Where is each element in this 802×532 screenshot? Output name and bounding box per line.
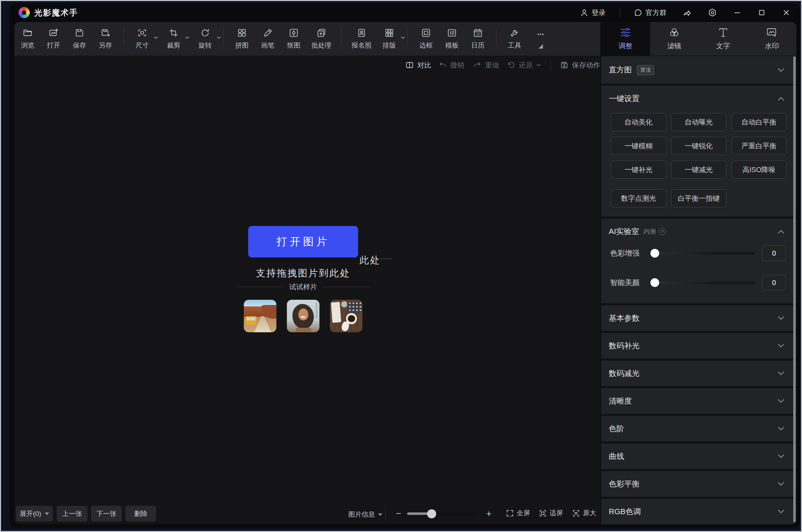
color-enhance-value[interactable]: 0 [762,246,786,261]
btn-one-key-fill-light[interactable]: 一键补光 [611,161,666,179]
fit-screen-button[interactable]: 适屏 [539,509,563,518]
restore-button[interactable]: 还原 [507,59,541,71]
chevron-down-icon[interactable] [154,36,158,39]
btn-strong-white-balance[interactable]: 严重白平衡 [731,137,787,155]
toolbar-item-batch[interactable]: 批处理 [309,28,334,50]
chevron-down-icon[interactable] [536,64,541,67]
toolbar-item-crop[interactable]: 裁剪 [163,28,184,50]
section-one-key-settings: 一键设置 自动美化 自动曝光 自动白平衡 一键模糊 一键锐化 严重白平衡 一键补… [601,86,796,217]
toolbar-item-layout[interactable]: 排版 [379,28,400,50]
official-group-button[interactable]: 官方群 [634,8,667,17]
panel-scrollbar[interactable] [793,56,796,522]
toolbar-item-brush[interactable]: 画笔 [257,28,278,50]
chevron-down-icon[interactable] [401,36,405,39]
smart-beauty-value[interactable]: 0 [762,275,786,290]
help-icon[interactable]: ? [659,228,666,235]
zoom-out-button[interactable]: − [396,509,401,518]
one-key-header[interactable]: 一键设置 [601,86,796,112]
minimize-button[interactable] [733,8,741,17]
tab-watermark[interactable]: 水印 [748,22,797,56]
toolbar-item-save[interactable]: 保存 [69,28,90,50]
divider-line [323,287,370,287]
btn-one-key-sharpen[interactable]: 一键锐化 [671,137,726,155]
tab-filters[interactable]: 滤镜 [650,22,699,56]
btn-one-key-blur[interactable]: 一键模糊 [611,137,666,155]
toolbar-item-id-photo[interactable]: 报名照 [349,28,374,50]
btn-digital-spot-metering[interactable]: 数字点测光 [611,189,666,207]
fullscreen-button[interactable]: 全屏 [506,509,530,518]
fit-screen-label: 适屏 [550,509,563,518]
toolbar-item-cutout[interactable]: 抠图 [283,28,304,50]
toolbar-item-browse[interactable]: 浏览 [17,28,38,50]
login-button[interactable]: 登录 [580,8,606,17]
smart-beauty-track[interactable] [651,282,755,284]
samples-label: 试试样片 [289,282,317,292]
chevron-down-icon [777,343,784,348]
chevron-down-icon[interactable] [185,36,189,39]
section-curves[interactable]: 曲线 [601,444,796,469]
sample-image-canyon[interactable] [244,300,277,332]
redo-button[interactable]: 重做 [473,59,499,71]
btn-high-iso-denoise[interactable]: 高ISO降噪 [731,161,787,179]
image-plus-icon [49,28,58,38]
section-basic-params[interactable]: 基本参数 [601,305,796,331]
prev-image-button[interactable]: 上一张 [57,506,88,522]
btn-one-key-dim-light[interactable]: 一键减光 [671,161,726,179]
ai-lab-header[interactable]: AI实验室 内测 ? [601,219,796,244]
titlebar-actions: 登录 官方群 [580,8,790,17]
section-title: 数码减光 [609,368,640,379]
btn-white-balance-one-touch[interactable]: 白平衡一指键 [671,189,726,207]
section-clarity[interactable]: 清晰度 [601,388,796,414]
settings-icon[interactable] [708,8,717,17]
close-button[interactable] [782,8,790,17]
undo-button[interactable]: 撤销 [438,59,464,71]
toolbar-item-tools[interactable]: 工具 [504,28,525,50]
image-info-button[interactable]: 图片信息 [348,510,382,519]
smart-beauty-handle[interactable] [650,278,659,287]
toolbar-item-calendar[interactable]: 12 日历 [467,28,488,50]
sample-image-portrait[interactable] [287,300,320,332]
toolbar-item-collage[interactable]: 拼图 [231,28,252,50]
btn-auto-beautify[interactable]: 自动美化 [611,113,666,131]
compare-button[interactable]: 对比 [405,59,431,71]
delete-button[interactable]: 删除 [125,506,156,522]
section-levels[interactable]: 色阶 [601,416,796,441]
section-rgb-tone[interactable]: RGB色调 [601,499,796,524]
original-size-button[interactable]: 原大 [572,509,596,518]
expand-button[interactable]: 展开(0) [16,506,53,522]
toolbar-item-label: 边框 [419,41,433,50]
maximize-button[interactable] [758,8,766,17]
folder-icon [23,28,33,38]
tab-text[interactable]: 文字 [699,22,748,56]
toolbar-item-template[interactable]: 模板 [441,28,462,50]
pin-top-badge[interactable]: 置顶 [637,65,654,75]
sample-image-desk[interactable] [330,300,363,332]
section-color-balance[interactable]: 色彩平衡 [601,471,796,497]
share-icon[interactable] [683,8,692,17]
save-action-label: 保存动作 [572,61,600,70]
color-enhance-handle[interactable] [650,249,659,258]
zoom-slider[interactable] [407,512,476,515]
tab-adjust[interactable]: 调整 [601,22,650,56]
toolbar-item-rotate[interactable]: 旋转 [195,28,216,50]
adjust-panel: 直方图 置顶 一键设置 自动美化 自动曝光 自动白平衡 一键模糊 一键锐化 [601,56,796,524]
watermark-image-icon [766,27,777,38]
toolbar-item-resize[interactable]: 尺寸 [132,28,153,50]
toolbar-item-more[interactable] [530,29,551,49]
save-action-button[interactable]: 保存动作 [560,59,600,71]
zoom-slider-handle[interactable] [427,509,436,518]
color-enhance-track[interactable] [651,252,755,255]
section-digital-fill-light[interactable]: 数码补光 [601,333,796,359]
next-image-button[interactable]: 下一张 [91,506,122,522]
toolbar-item-save-as[interactable]: 另存 [95,28,116,50]
chat-icon [634,8,642,17]
chevron-down-icon[interactable] [217,36,221,39]
btn-auto-white-balance[interactable]: 自动白平衡 [731,113,787,131]
section-histogram[interactable]: 直方图 置顶 [601,56,796,84]
btn-auto-exposure[interactable]: 自动曝光 [671,113,726,131]
section-digital-dim-light[interactable]: 数码减光 [601,361,796,386]
toolbar-item-frame[interactable]: 边框 [416,28,437,50]
toolbar-item-open[interactable]: 打开 [43,28,64,50]
open-image-button[interactable]: 打开图片 [248,226,358,257]
zoom-in-button[interactable]: + [486,509,491,518]
